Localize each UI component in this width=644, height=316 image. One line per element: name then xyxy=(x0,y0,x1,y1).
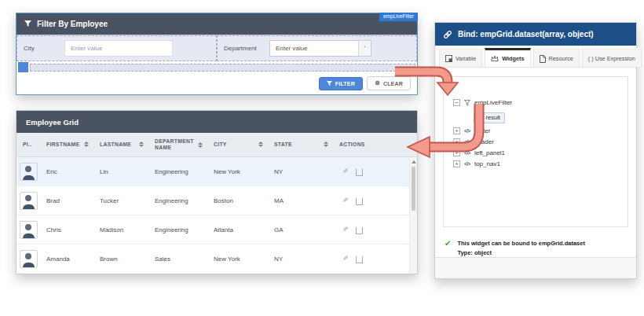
table-cell: New York xyxy=(207,255,268,263)
filter-button-label: FILTER xyxy=(335,81,355,86)
grid-rows-container: EricLinEngineeringNew YorkNY✎BradTuckerE… xyxy=(16,157,417,273)
expand-icon[interactable]: + xyxy=(453,127,460,134)
edit-pencil-icon[interactable]: ✎ xyxy=(342,255,349,263)
filter-button[interactable]: FILTER xyxy=(319,77,363,90)
edit-pencil-icon[interactable]: ✎ xyxy=(342,226,349,233)
bind-message-line2: Type: object xyxy=(457,248,585,258)
grid-column-label: DEPARTMENT NAME xyxy=(155,138,196,152)
collapse-icon[interactable]: − xyxy=(453,99,460,106)
code-icon: </> xyxy=(464,161,470,167)
grid-column-header: ACTIONS xyxy=(333,141,417,148)
tree-item-left_panel1[interactable]: +</>left_panel1 xyxy=(453,148,623,157)
table-cell: Sales xyxy=(148,255,207,263)
table-cell: Engineering xyxy=(148,197,207,204)
scroll-up-icon[interactable] xyxy=(412,160,416,164)
picture-cell xyxy=(16,163,40,181)
table-cell: NY xyxy=(268,168,333,175)
scrollbar-thumb[interactable] xyxy=(412,167,415,211)
edit-pencil-icon[interactable]: ✎ xyxy=(342,168,349,175)
check-icon: ✔ xyxy=(445,239,451,257)
employee-photo xyxy=(20,192,38,210)
table-cell: Chris xyxy=(40,226,93,233)
grid-column-header: FIRSTNAME xyxy=(40,141,93,148)
tab-resource[interactable]: Resource xyxy=(533,48,580,67)
bind-dialog: Bind: empGrid.dataset(array, object) Var… xyxy=(434,22,637,279)
widgets-icon xyxy=(491,55,499,62)
table-cell: Lin xyxy=(93,168,148,175)
tree-item-footer[interactable]: +</>footer xyxy=(453,126,623,135)
department-select[interactable]: Enter value ˇ xyxy=(269,40,371,57)
clear-button[interactable]: ⊗ CLEAR xyxy=(367,76,411,90)
table-cell: Boston xyxy=(207,197,268,204)
resource-icon xyxy=(540,55,546,63)
table-row[interactable]: EricLinEngineeringNew YorkNY✎ xyxy=(16,157,417,186)
sort-icon[interactable] xyxy=(84,141,89,147)
code-icon: </> xyxy=(464,139,470,145)
delete-trash-icon[interactable] xyxy=(356,256,363,263)
table-row[interactable]: AmandaBrownSalesNew YorkNY✎ xyxy=(16,244,417,273)
employee-photo xyxy=(20,163,38,181)
actions-cell: ✎ xyxy=(333,197,417,205)
grid-column-header: DEPARTMENT NAME xyxy=(148,138,207,152)
employee-grid-panel: Employee Grid PI..FIRSTNAMELASTNAMEDEPAR… xyxy=(16,110,418,274)
expand-icon[interactable]: + xyxy=(453,138,460,145)
department-field-cell: Department Enter value ˇ xyxy=(217,35,417,61)
filter-funnel-icon xyxy=(464,95,470,109)
bind-dialog-tabs: VariableWidgetsResource( ) Use Expressio… xyxy=(435,46,636,68)
tree-item-emplivefilter[interactable]: −empLiveFilter xyxy=(453,97,623,107)
grid-column-label: CITY xyxy=(214,141,227,148)
table-row[interactable]: ChrisMadisonEngineeringAtlantaGA✎ xyxy=(16,215,417,244)
sort-icon[interactable] xyxy=(258,141,263,147)
chip-code-icon: <> xyxy=(478,115,484,120)
tree-item-label: empLiveFilter xyxy=(474,99,512,106)
tree-item-label: header xyxy=(474,138,494,145)
tab-variable[interactable]: Variable xyxy=(439,48,482,67)
filter-panel: empLiveFilter Filter By Employee City De… xyxy=(16,13,418,95)
city-input[interactable] xyxy=(64,40,173,57)
bind-message: ✔ This widget can be bound to empGrid.da… xyxy=(435,235,636,257)
grid-title: Employee Grid xyxy=(26,118,79,127)
sort-icon[interactable] xyxy=(324,141,328,147)
edit-pencil-icon[interactable]: ✎ xyxy=(342,197,349,204)
chevron-down-icon[interactable]: ˇ xyxy=(358,41,371,56)
table-cell: Tucker xyxy=(93,197,148,204)
grid-column-label: FIRSTNAME xyxy=(46,141,79,148)
expand-icon[interactable]: + xyxy=(453,160,460,167)
sort-icon[interactable] xyxy=(198,142,203,148)
canvas: empLiveFilter Filter By Employee City De… xyxy=(0,0,644,316)
tree-child-label: result xyxy=(486,114,500,121)
city-field-cell: City xyxy=(16,35,217,61)
tab-use-expression[interactable]: ( ) Use Expression xyxy=(582,48,642,67)
delete-trash-icon[interactable] xyxy=(356,227,363,234)
grid-column-label: ACTIONS xyxy=(339,141,365,148)
table-cell: Brad xyxy=(40,197,93,204)
table-row[interactable]: BradTuckerEngineeringBostonMA✎ xyxy=(16,186,417,215)
expand-icon[interactable]: + xyxy=(453,149,460,156)
table-cell: Madison xyxy=(93,226,148,233)
actions-cell: ✎ xyxy=(333,255,417,263)
tree-item-header[interactable]: +</>header xyxy=(453,137,623,146)
filter-panel-header: Filter By Employee xyxy=(16,13,417,35)
grid-scrollbar[interactable] xyxy=(409,157,417,273)
bind-dialog-title: Bind: empGrid.dataset(array, object) xyxy=(458,30,594,39)
sort-icon[interactable] xyxy=(139,141,144,147)
table-cell: Brown xyxy=(93,255,148,263)
grid-column-label: LASTNAME xyxy=(100,141,131,148)
tab-label: Variable xyxy=(456,55,476,62)
drag-handle[interactable] xyxy=(18,62,28,72)
employee-photo xyxy=(20,250,38,268)
grid-column-header: STATE xyxy=(268,141,333,148)
table-cell: Engineering xyxy=(148,168,207,175)
widgets-tree: −empLiveFilter<>result+</>footer+</>head… xyxy=(443,76,628,227)
tree-item-top_nav1[interactable]: +</>top_nav1 xyxy=(453,159,623,168)
bind-message-text: This widget can be bound to empGrid.data… xyxy=(457,239,585,257)
tab-label: Widgets xyxy=(502,55,524,62)
tree-child-result[interactable]: <>result xyxy=(474,112,505,123)
grid-body: EricLinEngineeringNew YorkNY✎BradTuckerE… xyxy=(16,157,417,273)
delete-trash-icon[interactable] xyxy=(356,169,363,176)
city-label: City xyxy=(24,45,64,52)
table-cell: Atlanta xyxy=(207,226,268,233)
tab-widgets[interactable]: Widgets xyxy=(485,48,530,67)
delete-trash-icon[interactable] xyxy=(356,198,363,205)
bind-dialog-header: Bind: empGrid.dataset(array, object) xyxy=(435,23,636,46)
